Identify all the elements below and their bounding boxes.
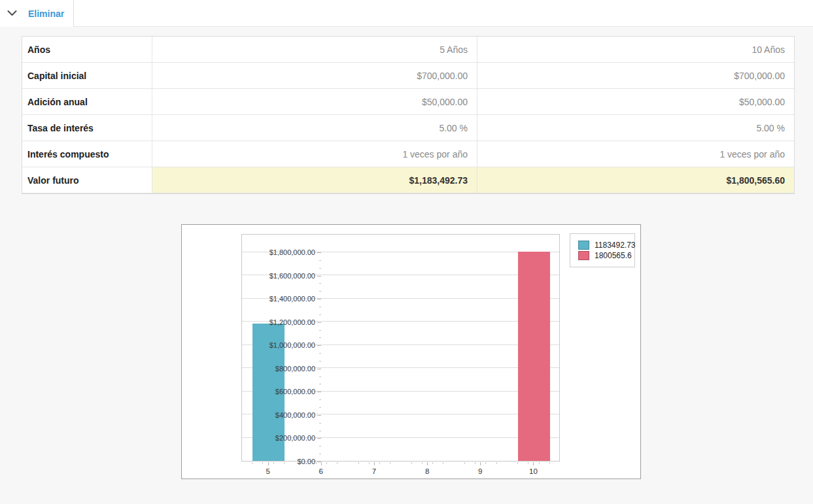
y-axis-minor-tick [319, 399, 321, 400]
y-axis-minor-tick [319, 377, 321, 377]
row-value-10y: $50,000.00 [477, 89, 794, 114]
y-axis-tick-label: $1,000,000.00 [256, 341, 315, 349]
row-value-5y: $700,000.00 [152, 63, 477, 88]
y-axis-tick-label: $1,400,000.00 [256, 295, 315, 303]
x-axis-minor-tick [528, 462, 528, 464]
y-axis-tick [317, 276, 321, 277]
row-value-10y-highlight: $1,800,565.60 [477, 167, 794, 193]
row-value-5y: $50,000.00 [152, 89, 477, 114]
y-axis-minor-tick [319, 446, 321, 446]
row-value-10y: 10 Años [477, 37, 794, 62]
table-row-adicion-anual: Adición anual $50,000.00 $50,000.00 [22, 89, 794, 115]
table-row-interes-compuesto: Interés compuesto 1 veces por año 1 vece… [22, 141, 794, 167]
bar-10-years[interactable] [518, 252, 550, 461]
y-axis-tick-label: $1,600,000.00 [256, 272, 315, 280]
y-axis-minor-tick [319, 384, 321, 384]
x-axis-tick-label: 9 [460, 467, 500, 475]
x-axis-tick [374, 462, 375, 465]
y-axis-tick [317, 345, 321, 346]
x-axis-minor-tick [432, 462, 433, 464]
x-axis-minor-tick [443, 462, 443, 464]
row-value-10y: 1 veces por año [477, 141, 794, 167]
future-value-bar-chart: 1183492.731800565.6 $0.00$200,000.00$400… [181, 224, 641, 479]
y-axis-minor-tick [319, 314, 321, 315]
x-axis-minor-tick [411, 462, 412, 464]
row-label: Interés compuesto [22, 141, 152, 167]
y-axis-tick-label: $400,000.00 [256, 411, 315, 419]
legend-label: 1800565.6 [595, 251, 632, 260]
x-axis-tick [268, 462, 269, 465]
legend-item[interactable]: 1183492.73 [578, 241, 634, 250]
x-axis-minor-tick [252, 462, 252, 464]
y-axis-minor-tick [319, 407, 321, 408]
row-value-5y: 5 Años [152, 37, 477, 62]
y-axis-tick-label: $200,000.00 [256, 434, 315, 442]
row-value-5y: 5.00 % [152, 115, 477, 141]
y-axis-tick-label: $800,000.00 [256, 365, 315, 373]
x-axis-minor-tick [273, 462, 274, 464]
y-axis-tick-label: $1,800,000.00 [256, 248, 315, 256]
legend-swatch [578, 241, 589, 250]
comparison-table: Años 5 Años 10 Años Capital inicial $700… [22, 36, 795, 194]
y-axis-tick [317, 392, 321, 392]
x-axis-tick [533, 462, 534, 465]
legend-swatch [578, 251, 589, 260]
y-axis-minor-tick [319, 337, 321, 338]
y-axis-tick [317, 299, 321, 299]
chevron-down-icon[interactable] [7, 10, 17, 16]
row-value-5y: 1 veces por año [152, 141, 477, 167]
y-axis-minor-tick [319, 307, 321, 307]
y-axis-minor-tick [319, 268, 321, 269]
top-bar: Eliminar [0, 0, 813, 27]
row-label: Años [22, 37, 152, 62]
eliminar-tab[interactable]: Eliminar [0, 0, 74, 27]
y-axis-minor-tick [319, 283, 321, 284]
y-axis-tick-label: $1,200,000.00 [256, 318, 315, 326]
x-axis-tick-label: 6 [302, 467, 341, 475]
y-axis-minor-tick [319, 454, 321, 454]
x-axis-minor-tick [262, 462, 263, 464]
y-axis-tick [317, 438, 321, 439]
x-axis-tick-label: 7 [355, 467, 394, 475]
row-value-10y: $700,000.00 [477, 63, 794, 88]
eliminar-tab-label: Eliminar [28, 8, 64, 19]
x-axis-tick [480, 462, 481, 465]
x-axis-tick-label: 8 [407, 467, 447, 475]
table-row-anos: Años 5 Años 10 Años [22, 37, 794, 63]
y-axis-tick [317, 369, 321, 369]
x-axis-minor-tick [464, 462, 465, 464]
x-axis-minor-tick [422, 462, 423, 464]
y-axis-minor-tick [319, 330, 321, 331]
x-axis-minor-tick [326, 462, 327, 464]
y-axis-minor-tick [319, 431, 321, 431]
y-axis-tick-label: $600,000.00 [256, 388, 315, 395]
row-value-5y-highlight: $1,183,492.73 [152, 167, 477, 193]
table-row-tasa-interes: Tasa de interés 5.00 % 5.00 % [22, 115, 794, 141]
legend-item[interactable]: 1800565.6 [578, 251, 634, 260]
x-axis-minor-tick [549, 462, 550, 464]
x-axis-minor-tick [539, 462, 540, 464]
x-axis-minor-tick [369, 462, 370, 464]
row-label: Valor futuro [22, 167, 152, 193]
x-axis-tick-label: 10 [513, 467, 553, 475]
x-axis-minor-tick [316, 462, 317, 464]
x-axis-tick [321, 462, 322, 465]
row-label: Capital inicial [22, 63, 152, 88]
table-row-valor-futuro: Valor futuro $1,183,492.73 $1,800,565.60 [22, 167, 794, 193]
chart-legend: 1183492.731800565.6 [570, 233, 635, 267]
x-axis-tick [427, 462, 428, 465]
y-axis-minor-tick [319, 353, 321, 354]
y-axis-tick-label: $0.00 [256, 458, 315, 465]
y-axis-minor-tick [319, 291, 321, 292]
row-label: Tasa de interés [22, 115, 152, 141]
x-axis-minor-tick [475, 462, 476, 464]
x-axis-minor-tick [358, 462, 359, 464]
x-axis-minor-tick [517, 462, 518, 464]
x-axis-minor-tick [496, 462, 497, 464]
x-axis-minor-tick [485, 462, 486, 464]
legend-label: 1183492.73 [595, 241, 636, 250]
x-axis-minor-tick [284, 462, 285, 464]
row-value-10y: 5.00 % [477, 115, 794, 141]
x-axis-minor-tick [337, 462, 337, 464]
y-axis-minor-tick [319, 361, 321, 361]
